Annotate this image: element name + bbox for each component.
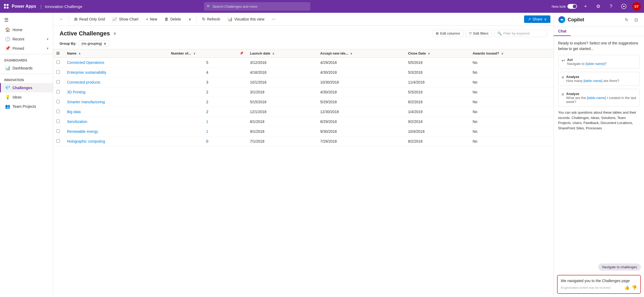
row-name[interactable]: Enterprise sustainability (64, 68, 168, 77)
col-header-name[interactable]: Name ∧ (64, 49, 168, 58)
copilot-settings-button[interactable]: ⊡ (632, 16, 640, 23)
row-checkbox-input[interactable] (56, 139, 60, 143)
thumbs-up-button[interactable]: 👍 (624, 285, 630, 290)
table-row[interactable]: Holographic computing 0 7/1/2018 7/29/20… (53, 137, 554, 146)
copilot-tab-chat[interactable]: Chat (554, 27, 571, 36)
new-look-switch[interactable] (567, 4, 577, 9)
row-checkbox[interactable] (53, 117, 64, 127)
sidebar-item-home[interactable]: 🏠 Home (0, 25, 53, 34)
col-header-launch[interactable]: Launch date ∧ (247, 49, 317, 58)
refresh-button[interactable]: ↻ Refresh (199, 15, 223, 23)
row-count[interactable]: 1 (168, 127, 247, 137)
row-name[interactable]: Smarter manufacturing (64, 97, 168, 107)
row-count[interactable]: 2 (168, 97, 247, 107)
sidebar-item-ideas[interactable]: 💡 Ideas (0, 92, 53, 102)
col-header-awards[interactable]: Awards issued? ∨ (469, 49, 554, 58)
dropdown-button[interactable]: ∨ (185, 15, 194, 23)
visualize-button[interactable]: 📊 Visualize this view (224, 15, 267, 23)
table-row[interactable]: Smarter manufacturing 2 5/15/2018 5/29/2… (53, 97, 554, 107)
row-checkbox-input[interactable] (56, 110, 60, 113)
row-count[interactable]: 5 (168, 58, 247, 68)
search-bar[interactable]: 🔍 Search Challenges and more (204, 2, 310, 11)
thumbs-down-button[interactable]: 👎 (632, 285, 637, 290)
col-header-close[interactable]: Close Date ∨ (405, 49, 469, 58)
row-name[interactable]: Servitization (64, 117, 168, 127)
row-name[interactable]: Big data (64, 107, 168, 117)
new-button[interactable]: + New (143, 15, 161, 23)
visualize-label: Visualize this view (234, 17, 264, 21)
row-count[interactable]: 4 (168, 68, 247, 77)
filter-input[interactable]: 🔍 Filter by keyword (494, 30, 547, 37)
row-close-date: 10/4/2018 (405, 127, 469, 137)
table-row[interactable]: 3D Printing 2 3/1/2018 4/30/2018 5/3/201… (53, 87, 554, 97)
row-checkbox[interactable] (53, 58, 64, 68)
row-name[interactable]: 3D Printing (64, 87, 168, 97)
table-row[interactable]: Big data 2 12/1/2018 12/30/2018 1/4/2019… (53, 107, 554, 117)
read-only-grid-button[interactable]: ⊞ Read Only Grid (71, 15, 108, 23)
copilot-refresh-button[interactable]: ↻ (623, 16, 630, 23)
share-button[interactable]: ↗ Share ∨ (524, 15, 550, 23)
col-header-count[interactable]: Number of... ∨ 📌 (168, 49, 247, 58)
table-row[interactable]: Enterprise sustainability 4 4/16/2018 4/… (53, 68, 554, 77)
table-row[interactable]: Servitization 1 8/1/2018 8/29/2018 9/2/2… (53, 117, 554, 127)
edit-filters-button[interactable]: ▽ Edit filters (466, 30, 492, 37)
row-name[interactable]: Renewable energy (64, 127, 168, 137)
row-checkbox[interactable] (53, 87, 64, 97)
row-checkbox-input[interactable] (56, 90, 60, 93)
sidebar-item-recent[interactable]: 🕐 Recent ∨ (0, 34, 53, 44)
row-checkbox[interactable] (53, 137, 64, 146)
show-chart-button[interactable]: 📈 Show Chart (109, 15, 141, 23)
row-name[interactable]: Connected products (64, 77, 168, 87)
app-grid-button[interactable] (3, 3, 10, 10)
table-row[interactable]: Connected Operations 5 3/12/2018 4/29/20… (53, 58, 554, 68)
group-by-value: (no grouping) (82, 42, 102, 46)
copilot-suggestion-analyze-2[interactable]: ≡ Analyze What are the [table name] I cr… (558, 89, 640, 107)
col-close-label: Close Date (408, 51, 426, 55)
add-button[interactable]: + (581, 2, 590, 11)
user-avatar[interactable]: ST (632, 2, 641, 11)
settings-button[interactable]: ⚙ (594, 2, 603, 11)
more-button[interactable]: ⋯ (269, 15, 279, 23)
row-checkbox-input[interactable] (56, 60, 60, 64)
delete-button[interactable]: 🗑 Delete (161, 15, 184, 23)
row-checkbox[interactable] (53, 107, 64, 117)
new-look-toggle[interactable]: New look (552, 4, 577, 9)
row-checkbox-input[interactable] (56, 129, 60, 133)
navigate-to-challenges-button[interactable]: Navigate to challenges (598, 263, 641, 271)
row-count[interactable]: 1 (168, 117, 247, 127)
row-count[interactable]: 0 (168, 137, 247, 146)
row-checkbox[interactable] (53, 77, 64, 87)
copilot-suggestion-analyze-1[interactable]: ≡ Analyze How many [table name] are ther… (558, 72, 640, 86)
row-count[interactable]: 2 (168, 107, 247, 117)
copilot-button[interactable] (620, 2, 628, 11)
group-by-select[interactable]: (no grouping) ∨ (79, 40, 109, 47)
col-header-accept[interactable]: Accept new ide... ∨ (317, 49, 405, 58)
sidebar-item-dashboards[interactable]: 📊 Dashboards (0, 63, 53, 73)
row-count[interactable]: 2 (168, 87, 247, 97)
row-name[interactable]: Holographic computing (64, 137, 168, 146)
select-all-checkbox[interactable]: ☑ (53, 49, 64, 58)
row-checkbox[interactable] (53, 97, 64, 107)
view-title-chevron-icon[interactable]: ∨ (113, 31, 116, 36)
help-button[interactable]: ? (607, 2, 615, 11)
row-checkbox[interactable] (53, 68, 64, 77)
act-link: [table name] (586, 62, 605, 66)
row-checkbox-input[interactable] (56, 100, 60, 103)
sidebar-item-team-projects[interactable]: 👥 Team Projects (0, 102, 53, 111)
row-checkbox-input[interactable] (56, 80, 60, 84)
row-close-date: 6/2/2018 (405, 97, 469, 107)
row-checkbox-input[interactable] (56, 119, 60, 123)
sidebar-item-pinned[interactable]: 📌 Pinned ∨ (0, 44, 53, 53)
row-name[interactable]: Connected Operations (64, 58, 168, 68)
row-checkbox-input[interactable] (56, 70, 60, 74)
row-count[interactable]: 3 (168, 77, 247, 87)
table-row[interactable]: Renewable energy 1 9/1/2018 9/30/2018 10… (53, 127, 554, 137)
edit-columns-button[interactable]: ⊞ Edit columns (432, 30, 463, 37)
sidebar-hamburger[interactable]: ☰ (0, 15, 53, 25)
table-row[interactable]: Connected products 3 10/1/2018 10/30/201… (53, 77, 554, 87)
sidebar-label-pinned: Pinned (12, 46, 24, 51)
sidebar-item-challenges[interactable]: 💎 Challenges (0, 83, 53, 92)
row-checkbox[interactable] (53, 127, 64, 137)
copilot-suggestion-act[interactable]: ↩ Act Navigate to [table name]? (558, 55, 640, 69)
back-button[interactable]: ← (56, 15, 66, 23)
